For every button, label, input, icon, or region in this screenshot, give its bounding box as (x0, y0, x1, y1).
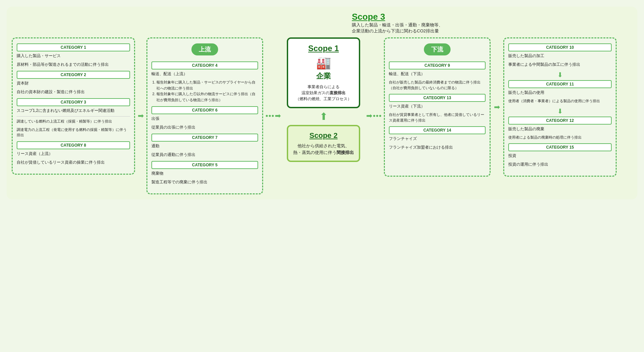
category-12-entry: CATEGORY 12 販売した製品の廃棄 使用者による製品の廃棄時の処理に伴う… (508, 117, 612, 140)
scope1-title: Scope 1 (293, 44, 354, 53)
category-14-entry: CATEGORY 14 フランチャイズ フランチャイズ加盟者における排出 (389, 126, 486, 150)
cat9-label: CATEGORY 9 (389, 61, 486, 69)
cat3-desc2: 調達している燃料の上流工程（採掘・精製等）に伴う排出 (17, 119, 130, 124)
cat10-desc2: 事業者による中間製品の加工に伴う排出 (508, 61, 612, 67)
cat9-desc1: 輸送、配送（下流） (389, 71, 486, 77)
cat5-desc2: 製造工程等での廃棄に伴う排出 (151, 179, 258, 185)
cat3-label: CATEGORY 3 (17, 98, 130, 106)
downstream-mid-panel: 下流 CATEGORY 9 輸送、配送（下流） 自社が販売した製品の最終消費者ま… (384, 37, 491, 177)
cat7-label: CATEGORY 7 (151, 134, 258, 142)
cat14-desc2: フランチャイズ加盟者における排出 (389, 144, 486, 150)
scope1-company: 企業 (293, 71, 354, 81)
cat5-label: CATEGORY 5 (151, 161, 258, 169)
scope3-desc1: 購入した製品・輸送・出張・通勤・廃棄物等、 (352, 22, 443, 27)
downstream-badge: 下流 (424, 43, 451, 55)
scope3-desc2: 企業活動の上流から下流に関わるCO2排出量 (352, 28, 439, 33)
downstream-area: 下流 CATEGORY 9 輸送、配送（下流） 自社が販売した製品の最終消費者ま… (384, 37, 632, 177)
category-6-entry: CATEGORY 6 出張 従業員の出張に伴う排出 (151, 106, 258, 130)
cat9-desc2: 自社が販売した製品の最終消費者までの物流に伴う排出（自社が費用負担していないもの… (389, 79, 486, 91)
cat13-label: CATEGORY 13 (389, 94, 486, 102)
main-diagram: Scope 3 購入した製品・輸送・出張・通勤・廃棄物等、 企業活動の上流から下… (7, 7, 637, 199)
cat10-label: CATEGORY 10 (508, 43, 612, 51)
arrow-midright-to-right: ➡ (494, 103, 500, 112)
arrow-10-to-11: ⬇ (508, 71, 612, 79)
upstream-badge: 上流 (191, 43, 218, 55)
cat3-desc3: 調達電力の上流工程（発電に使用する燃料の採掘・精製等）に伴う排出 (17, 127, 130, 138)
cat6-desc1: 出張 (151, 116, 258, 122)
cat2-label: CATEGORY 2 (17, 71, 130, 79)
category-13-entry: CATEGORY 13 リース資産（下流） 自社が賃貸事業者として所有し、他者に… (389, 94, 486, 123)
cat4-list-item2: 報告対象年に購入した①以外の物流サービスに伴う排出（自社が費用負担している物流に… (156, 91, 258, 103)
category-10-entry: CATEGORY 10 販売した製品の加工 事業者による中間製品の加工に伴う排出 (508, 43, 612, 67)
scope1-desc: 事業者自らによる 温室効果ガスの直接排出 （燃料の燃焼、工業プロセス） (293, 84, 354, 102)
cat14-label: CATEGORY 14 (389, 126, 486, 134)
category-11-entry: CATEGORY 11 販売した製品の使用 使用者（消費者・事業者）による製品の… (508, 80, 612, 104)
connector-to-scope1: ➡ (266, 112, 281, 120)
category-4-entry: CATEGORY 4 輸送、配送（上流） 報告対象年に購入した製品・サービスのサ… (151, 61, 258, 103)
cat1-desc1: 購入した製品・サービス (17, 53, 130, 59)
arrow-11-to-12: ⬇ (508, 107, 612, 115)
cat15-desc2: 投資の運用に伴う排出 (508, 161, 612, 167)
category-1-entry: CATEGORY 1 購入した製品・サービス 原材料・部品等が製造されるまでの活… (17, 43, 130, 67)
cat13-desc1: リース資産（下流） (389, 103, 486, 109)
cat1-label: CATEGORY 1 (17, 43, 130, 51)
cat6-desc2: 従業員の出張に伴う排出 (151, 124, 258, 130)
cat14-desc1: フランチャイズ (389, 136, 486, 142)
cat4-list: 報告対象年に購入した製品・サービスのサプライヤーから自社への物流に伴う排出 報告… (151, 79, 258, 103)
scope2-box: Scope 2 他社から供給された電気、 熱・蒸気の使用に伴う間接排出 (287, 125, 360, 162)
scope1-box: Scope 1 🏭 企業 事業者自らによる 温室効果ガスの直接排出 （燃料の燃焼… (287, 37, 360, 108)
cat11-desc1: 販売した製品の使用 (508, 90, 612, 96)
upstream-mid-panel: 上流 CATEGORY 4 輸送、配送（上流） 報告対象年に購入した製品・サービ… (146, 37, 263, 194)
cat7-desc1: 通勤 (151, 143, 258, 149)
arrow-left-to-midleft: ➡ (138, 112, 144, 120)
cat11-desc2: 使用者（消費者・事業者）による製品の使用に伴う排出 (508, 98, 612, 104)
cat5-desc1: 廃棄物 (151, 170, 258, 176)
cat12-label: CATEGORY 12 (508, 117, 612, 125)
scope2-to-scope1-arrow: ⬆ (319, 112, 328, 122)
cat12-desc1: 販売した製品の廃棄 (508, 126, 612, 132)
cat2-desc2: 自社の資本財の建設・製造に伴う排出 (17, 89, 130, 95)
downstream-right-panel: CATEGORY 10 販売した製品の加工 事業者による中間製品の加工に伴う排出… (503, 37, 617, 177)
category-8-entry: CATEGORY 8 リース資産（上流） 自社が賃借しているリース資産の操業に伴… (17, 141, 130, 165)
upstream-left-panel: CATEGORY 1 購入した製品・サービス 原材料・部品等が製造されるまでの活… (12, 37, 135, 175)
scope3-title: Scope 3 (352, 12, 385, 22)
scope2-desc: 他社から供給された電気、 熱・蒸気の使用に伴う間接排出 (293, 143, 354, 156)
cat12-desc2: 使用者による製品の廃棄時の処理に伴う排出 (508, 135, 612, 140)
cat8-desc2: 自社が賃借しているリース資産の操業に伴う排出 (17, 159, 130, 165)
cat11-label: CATEGORY 11 (508, 80, 612, 88)
scope1-icon: 🏭 (293, 56, 354, 70)
cat3-desc1: スコープ1,2に含まれない燃焼及びエネルギー関連活動 (17, 108, 130, 114)
cat7-desc2: 従業員の通勤に伴う排出 (151, 152, 258, 158)
connector-from-scope1: ➡ (366, 112, 381, 120)
cat8-label: CATEGORY 8 (17, 141, 130, 149)
cat1-desc2: 原材料・部品等が製造されるまでの活動に伴う排出 (17, 61, 130, 67)
cat4-desc1: 輸送、配送（上流） (151, 71, 258, 77)
center-scopes: Scope 1 🏭 企業 事業者自らによる 温室効果ガスの直接排出 （燃料の燃焼… (283, 37, 364, 162)
cat13-desc2: 自社が賃貸事業者として所有し、他者に賃借しているリース資産運用に伴う排出 (389, 112, 486, 123)
category-5-entry: CATEGORY 5 廃棄物 製造工程等での廃棄に伴う排出 (151, 161, 258, 185)
cat2-desc1: 資本財 (17, 80, 130, 86)
cat10-desc1: 販売した製品の加工 (508, 53, 612, 59)
cat6-label: CATEGORY 6 (151, 106, 258, 114)
cat4-label: CATEGORY 4 (151, 61, 258, 69)
cat8-desc1: リース資産（上流） (17, 151, 130, 157)
category-15-entry: CATEGORY 15 投資 投資の運用に伴う排出 (508, 143, 612, 167)
cat15-desc1: 投資 (508, 153, 612, 159)
category-7-entry: CATEGORY 7 通勤 従業員の通勤に伴う排出 (151, 134, 258, 158)
category-2-entry: CATEGORY 2 資本財 自社の資本財の建設・製造に伴う排出 (17, 71, 130, 95)
scope2-title: Scope 2 (293, 131, 354, 140)
cat4-list-item1: 報告対象年に購入した製品・サービスのサプライヤーから自社への物流に伴う排出 (156, 79, 258, 91)
cat15-label: CATEGORY 15 (508, 143, 612, 151)
category-3-entry: CATEGORY 3 スコープ1,2に含まれない燃焼及びエネルギー関連活動 調達… (17, 98, 130, 138)
category-9-entry: CATEGORY 9 輸送、配送（下流） 自社が販売した製品の最終消費者までの物… (389, 61, 486, 91)
